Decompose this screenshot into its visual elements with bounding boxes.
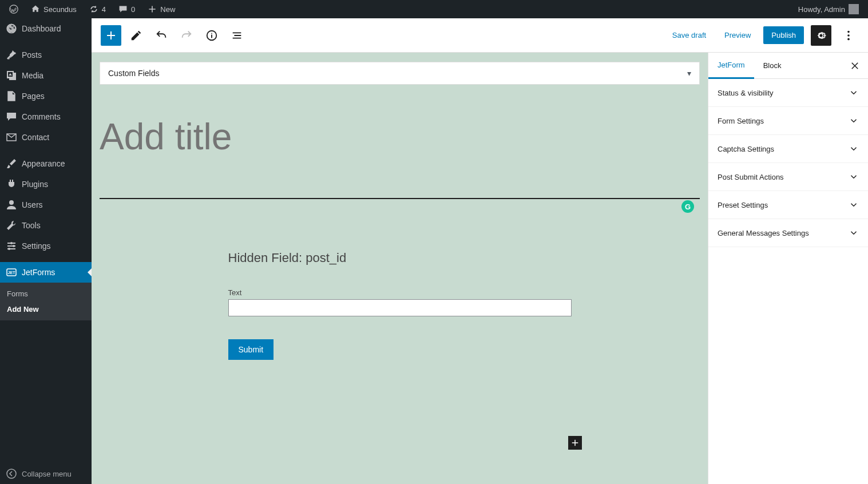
svg-text:JET: JET — [8, 271, 16, 275]
howdy-label: Howdy, Admin — [798, 5, 845, 14]
svg-point-10 — [847, 30, 850, 33]
menu-media[interactable]: Media — [0, 65, 92, 86]
caret-down-icon: ▾ — [687, 69, 691, 78]
pages-icon — [6, 90, 17, 102]
submenu-forms[interactable]: Forms — [0, 286, 92, 301]
tab-block[interactable]: Block — [754, 53, 791, 78]
avatar — [849, 4, 859, 14]
add-block-button[interactable] — [101, 25, 121, 46]
menu-label: Posts — [22, 50, 42, 59]
menu-dashboard[interactable]: Dashboard — [0, 18, 92, 39]
menu-tools[interactable]: Tools — [0, 215, 92, 236]
new-link[interactable]: New — [143, 0, 180, 18]
settings-row-post-submit[interactable]: Post Submit Actions — [708, 163, 868, 191]
add-block-inline-button[interactable] — [568, 436, 582, 450]
custom-fields-label: Custom Fields — [108, 69, 159, 78]
more-options-button[interactable] — [838, 25, 859, 46]
updates-icon — [89, 5, 98, 14]
brush-icon — [6, 158, 17, 169]
settings-close-button[interactable] — [842, 61, 868, 71]
menu-plugins[interactable]: Plugins — [0, 174, 92, 195]
submenu-add-new[interactable]: Add New — [0, 301, 92, 317]
menu-users[interactable]: Users — [0, 195, 92, 215]
chevron-down-icon — [849, 200, 859, 210]
adminbar: Secundus 4 0 New Howdy, Admin — [0, 0, 868, 18]
custom-fields-dropdown[interactable]: Custom Fields ▾ — [100, 62, 700, 85]
menu-label: Pages — [22, 92, 45, 101]
sliders-icon — [6, 240, 17, 252]
site-name-label: Secundus — [43, 5, 77, 14]
submit-button[interactable]: Submit — [228, 339, 274, 360]
menu-pages[interactable]: Pages — [0, 86, 92, 106]
menu-settings[interactable]: Settings — [0, 236, 92, 256]
svg-point-5 — [8, 248, 10, 250]
preview-button[interactable]: Preview — [719, 27, 756, 43]
settings-row-messages[interactable]: General Messages Settings — [708, 219, 868, 247]
mail-icon — [6, 132, 17, 143]
chevron-down-icon — [849, 88, 859, 98]
undo-button[interactable] — [151, 25, 172, 46]
menu-appearance[interactable]: Appearance — [0, 153, 92, 174]
menu-label: Settings — [22, 241, 51, 251]
menu-comments[interactable]: Comments — [0, 106, 92, 127]
settings-row-form[interactable]: Form Settings — [708, 107, 868, 135]
settings-row-preset[interactable]: Preset Settings — [708, 191, 868, 219]
howdy-account[interactable]: Howdy, Admin — [794, 0, 863, 18]
menu-label: Tools — [22, 221, 41, 230]
svg-point-11 — [847, 34, 850, 37]
settings-row-captcha[interactable]: Captcha Settings — [708, 135, 868, 163]
svg-point-12 — [847, 38, 850, 40]
settings-panel: JetForm Block Status & visibility Form S… — [708, 53, 868, 484]
menu-label: Users — [22, 200, 43, 209]
chevron-down-icon — [849, 116, 859, 126]
settings-row-label: Captcha Settings — [718, 145, 774, 153]
admin-sidebar: Dashboard Posts Media Pages Comments Con… — [0, 18, 92, 484]
collapse-menu[interactable]: Collapse menu — [0, 463, 92, 484]
settings-row-label: Status & visibility — [718, 89, 774, 97]
outline-button[interactable] — [227, 25, 247, 46]
chevron-down-icon — [849, 228, 859, 238]
chevron-down-icon — [849, 172, 859, 182]
wordpress-icon — [9, 5, 18, 14]
pin-icon — [6, 49, 17, 61]
grammarly-badge[interactable]: G — [681, 200, 694, 213]
form-preview: Hidden Field: post_id Text Submit — [205, 251, 594, 360]
editor-header: Save draft Preview Publish — [92, 18, 868, 53]
settings-toggle-button[interactable] — [811, 25, 831, 46]
save-draft-button[interactable]: Save draft — [667, 27, 712, 43]
menu-jetforms[interactable]: JET JetForms — [0, 262, 92, 283]
edit-mode-button[interactable] — [126, 25, 146, 46]
chevron-down-icon — [849, 144, 859, 154]
publish-button[interactable]: Publish — [763, 26, 804, 44]
svg-point-2 — [9, 200, 14, 205]
hidden-field-label: Hidden Field: post_id — [228, 251, 572, 265]
user-icon — [6, 199, 17, 211]
settings-row-status[interactable]: Status & visibility — [708, 79, 868, 107]
wp-logo[interactable] — [5, 0, 23, 18]
info-button[interactable] — [201, 25, 222, 46]
canvas-scroll[interactable]: Custom Fields ▾ G Hidden Field: post_id … — [92, 53, 708, 484]
divider — [100, 198, 700, 199]
svg-point-3 — [10, 242, 13, 244]
menu-label: Contact — [22, 133, 49, 142]
updates-count: 4 — [102, 5, 106, 14]
settings-row-label: Post Submit Actions — [718, 173, 784, 181]
new-label: New — [160, 5, 175, 14]
plug-icon — [6, 178, 17, 190]
svg-point-8 — [7, 469, 16, 478]
comments-count: 0 — [131, 5, 135, 14]
text-field-input[interactable] — [228, 299, 572, 316]
comments-link[interactable]: 0 — [114, 0, 140, 18]
redo-button[interactable] — [176, 25, 197, 46]
tab-jetform[interactable]: JetForm — [708, 53, 754, 79]
settings-tabs: JetForm Block — [708, 53, 868, 79]
menu-label: Dashboard — [22, 24, 61, 33]
menu-label: Comments — [22, 112, 61, 121]
title-input[interactable] — [100, 93, 700, 198]
updates-link[interactable]: 4 — [85, 0, 110, 18]
site-name-link[interactable]: Secundus — [26, 0, 81, 18]
menu-posts[interactable]: Posts — [0, 45, 92, 65]
text-field-label: Text — [228, 288, 572, 297]
menu-contact[interactable]: Contact — [0, 127, 92, 148]
submenu-jetforms: Forms Add New — [0, 283, 92, 320]
